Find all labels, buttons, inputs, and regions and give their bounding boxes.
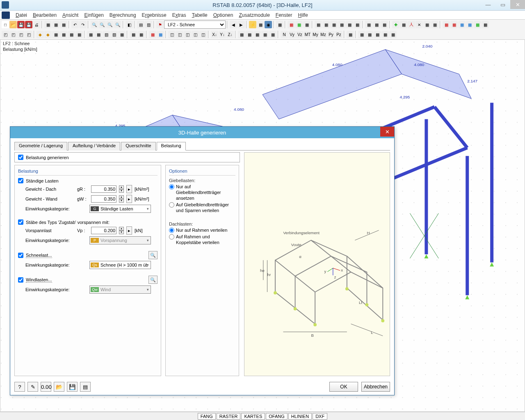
prestress-category-combo[interactable]: PVorspannung <box>89 236 151 244</box>
toolbar-btn[interactable]: 人 <box>408 21 415 28</box>
toolbar-btn[interactable]: ▦ <box>44 21 52 28</box>
roof-spinner[interactable]: ▲▼ <box>119 185 124 193</box>
toolbar-axis-y-icon[interactable]: Y↓ <box>219 31 226 38</box>
toolbar-btn[interactable]: ▦ <box>443 21 450 28</box>
wall-spinner[interactable]: ▲▼ <box>119 195 124 203</box>
tab-aufteilung[interactable]: Aufteilung / Verbände <box>68 142 120 151</box>
wind-checkbox[interactable] <box>18 277 23 283</box>
toolbar-btn[interactable]: ◰ <box>2 31 9 38</box>
toolbar-display-icon[interactable]: ▥ <box>145 21 152 28</box>
toolbar-btn[interactable]: ◆ <box>44 31 52 38</box>
app-logo-icon[interactable] <box>2 11 10 19</box>
toolbar-lc-icon[interactable]: ⚑ <box>156 21 164 28</box>
toolbar-btn[interactable]: ▦ <box>52 21 59 28</box>
toolbar-btn[interactable]: ▦ <box>276 21 283 28</box>
toolbar-btn[interactable]: ▦ <box>482 21 489 28</box>
ok-button[interactable]: OK <box>329 382 358 392</box>
toolbar-zoom-icon[interactable]: 🔍 <box>106 21 114 28</box>
status-dxf[interactable]: DXF <box>313 413 327 420</box>
tab-querschnitte[interactable]: Querschnitte <box>121 142 155 151</box>
footer-folder-icon[interactable]: 📂 <box>54 382 64 392</box>
toolbar-btn[interactable]: ▦ <box>354 21 361 28</box>
toolbar-view-icon[interactable]: ◫ <box>176 31 183 38</box>
menu-zusatzmodule[interactable]: Zusatzmodule <box>236 11 272 19</box>
footer-report-icon[interactable]: ▤ <box>80 382 91 392</box>
toolbar-btn[interactable]: ▦ <box>303 21 310 28</box>
prestress-input[interactable] <box>91 227 116 234</box>
toolbar-btn[interactable]: ▦ <box>157 31 164 38</box>
menu-ansicht[interactable]: Ansicht <box>60 11 81 19</box>
tab-geometrie[interactable]: Geometrie / Lagerung <box>14 142 67 151</box>
menu-einfuegen[interactable]: Einfügen <box>82 11 106 19</box>
tab-belastung[interactable]: Belastung <box>157 142 186 151</box>
toolbar-view-icon[interactable]: ◫ <box>192 31 199 38</box>
snow-category-combo[interactable]: QsSchnee (H > 1000 m üb <box>89 261 151 269</box>
menu-extras[interactable]: Extras <box>170 11 189 19</box>
toolbar-btn[interactable]: ▦ <box>288 21 295 28</box>
footer-edit-icon[interactable]: ✎ <box>27 382 38 392</box>
toolbar-force-vy-icon[interactable]: Vy <box>288 31 296 38</box>
status-kartes[interactable]: KARTES <box>241 413 265 420</box>
minimize-button[interactable]: — <box>481 0 495 9</box>
toolbar-btn[interactable]: ▦ <box>389 31 397 38</box>
toolbar-btn[interactable]: ▦ <box>246 31 253 38</box>
toolbar-btn[interactable]: ▦ <box>458 21 466 28</box>
menu-berechnung[interactable]: Berechnung <box>107 11 139 19</box>
toolbar-zoom-icon[interactable]: 🔍 <box>91 21 98 28</box>
cancel-button[interactable]: Abbrechen <box>361 382 390 392</box>
dialog-close-button[interactable]: ✕ <box>380 127 394 137</box>
toolbar-btn[interactable]: ▦ <box>423 21 431 28</box>
close-button[interactable]: ✕ <box>510 0 525 9</box>
menu-ergebnisse[interactable]: Ergebnisse <box>139 11 169 19</box>
toolbar-btn[interactable]: ▦ <box>381 21 388 28</box>
toolbar-open-icon[interactable]: 📂 <box>9 21 17 28</box>
toolbar-btn[interactable]: ▦ <box>374 31 381 38</box>
toolbar-btn[interactable]: ▦ <box>68 31 75 38</box>
toolbar-btn[interactable]: ▦ <box>295 21 303 28</box>
dach-radio-2[interactable] <box>169 234 174 240</box>
giebel-radio-2[interactable] <box>169 202 174 208</box>
toolbar-force-my-icon[interactable]: My <box>312 31 319 38</box>
toolbar-force-py-icon[interactable]: Py <box>327 31 335 38</box>
toolbar-results-icon[interactable]: ◉ <box>265 21 272 28</box>
toolbar-btn[interactable]: ✚ <box>392 21 399 28</box>
toolbar-btn[interactable]: ▦ <box>269 31 276 38</box>
prestress-checkbox[interactable] <box>18 219 23 225</box>
wind-category-combo[interactable]: QwWind <box>89 285 151 294</box>
toolbar-btn[interactable]: ▦ <box>315 21 322 28</box>
toolbar-btn[interactable]: ▦ <box>130 31 137 38</box>
toolbar-zoom-icon[interactable]: 🔍 <box>98 21 106 28</box>
toolbar-btn[interactable]: ▦ <box>60 21 67 28</box>
toolbar-undo-icon[interactable]: ↶ <box>71 21 79 28</box>
perm-category-combo[interactable]: GStändige Lasten <box>89 205 151 213</box>
toolbar-btn[interactable]: ▦ <box>118 31 126 38</box>
wall-pick-icon[interactable]: ▸ <box>126 195 132 203</box>
status-hlinien[interactable]: HLINIEN <box>288 413 312 420</box>
toolbar-nav-last-icon[interactable]: ▶ <box>237 21 245 28</box>
roof-weight-input[interactable] <box>91 185 116 193</box>
toolbar-btn[interactable]: ▦ <box>95 31 102 38</box>
toolbar-btn[interactable]: ▦ <box>450 21 458 28</box>
footer-calc-icon[interactable]: 0.00 <box>41 382 51 392</box>
roof-pick-icon[interactable]: ▸ <box>126 185 132 193</box>
toolbar-btn[interactable]: ▦ <box>330 21 338 28</box>
toolbar-btn[interactable]: ✕ <box>415 21 423 28</box>
permanent-checkbox[interactable] <box>18 178 23 183</box>
toolbar-btn[interactable]: ▦ <box>381 31 389 38</box>
toolbar-btn[interactable]: ◧ <box>126 21 133 28</box>
toolbar-btn[interactable]: ▦ <box>474 21 481 28</box>
dialog-titlebar[interactable]: 3D-Halle generieren ✕ <box>10 127 394 138</box>
toolbar-btn[interactable]: ▦ <box>238 31 245 38</box>
toolbar-btn[interactable]: ▦ <box>253 31 261 38</box>
toolbar-btn[interactable]: ▦ <box>466 21 473 28</box>
status-fang[interactable]: FANG <box>198 413 216 420</box>
menu-bearbeiten[interactable]: Bearbeiten <box>30 11 59 19</box>
toolbar-btn[interactable]: ▦ <box>366 31 373 38</box>
toolbar-btn[interactable]: ▦ <box>261 31 269 38</box>
toolbar-zoom-icon[interactable]: 🔍 <box>114 21 121 28</box>
toolbar-btn[interactable]: ▦ <box>373 21 380 28</box>
toolbar-display-icon[interactable]: ▤ <box>137 21 144 28</box>
toolbar-force-mt-icon[interactable]: MT <box>304 31 311 38</box>
dach-radio-1[interactable] <box>169 228 174 233</box>
wind-link[interactable]: Windlasten... <box>26 277 52 283</box>
